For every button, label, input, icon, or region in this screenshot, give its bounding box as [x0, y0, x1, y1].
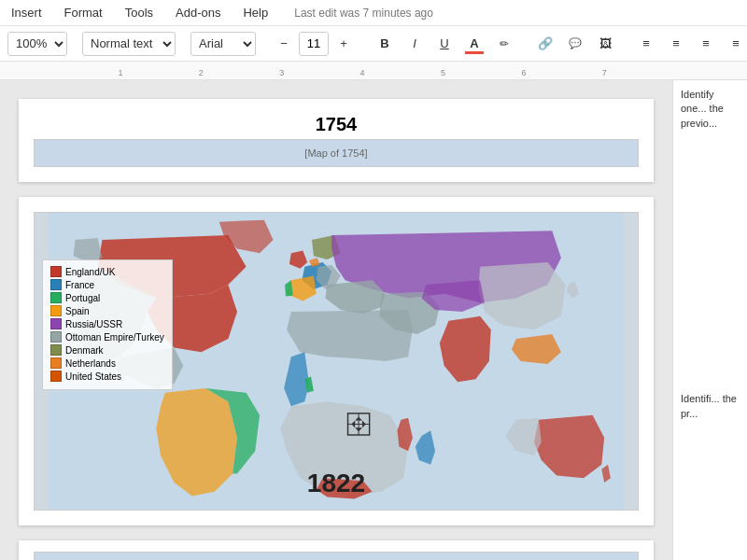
legend-color-england: [50, 266, 62, 277]
ruler-tick-3: 3: [279, 68, 284, 77]
legend-denmark: Denmark: [50, 344, 164, 356]
map-1822-container: England/UK France Portugal Spain: [34, 212, 639, 511]
map-legend: England/UK France Portugal Spain: [42, 259, 173, 390]
right-panel: Identify one... the previo... Identifi..…: [672, 80, 747, 560]
right-panel-top-text: Identify one... the previo...: [681, 88, 740, 131]
text-color-label: A: [470, 36, 478, 50]
style-select[interactable]: Normal text: [82, 32, 176, 56]
right-panel-bottom-text: Identifi... the pr...: [681, 392, 740, 421]
menu-tools[interactable]: Tools: [121, 4, 157, 21]
image-icon: 🖼: [599, 36, 612, 50]
ruler-tick-2: 2: [199, 68, 204, 77]
legend-ottoman: Ottoman Empire/Turkey: [50, 331, 164, 343]
menu-help[interactable]: Help: [239, 4, 272, 21]
font-size-decrease[interactable]: −: [271, 31, 297, 57]
map-year-1822: 1822: [307, 469, 365, 498]
zoom-select[interactable]: 100%: [7, 32, 67, 56]
highlight-button[interactable]: ✏: [491, 31, 517, 57]
menu-format[interactable]: Format: [61, 4, 106, 21]
highlight-icon: ✏: [500, 37, 509, 50]
ruler: 1 2 3 4 5 6 7: [0, 62, 747, 80]
ruler-tick-6: 6: [521, 68, 526, 77]
align-center-button[interactable]: ≡: [663, 31, 689, 57]
doc-area[interactable]: 1754 [Map of 1754]: [0, 80, 672, 560]
text-color-button[interactable]: A: [461, 31, 487, 57]
link-icon: 🔗: [538, 36, 553, 50]
legend-label-ottoman: Ottoman Empire/Turkey: [65, 332, 164, 343]
legend-label-denmark: Denmark: [65, 345, 104, 356]
zoom-group: 100%: [7, 32, 67, 56]
legend-label-portugal: Portugal: [65, 293, 100, 303]
ruler-tick-1: 1: [118, 68, 122, 77]
legend-russia: Russia/USSR: [50, 318, 164, 329]
align-left-icon: ≡: [642, 36, 650, 50]
legend-label-england: England/UK: [65, 267, 115, 277]
ruler-tick-7: 7: [602, 68, 607, 77]
menu-addons[interactable]: Add-ons: [172, 4, 224, 21]
menu-insert[interactable]: Insert: [7, 4, 46, 21]
doc-page-partial: [19, 540, 654, 560]
align-right-button[interactable]: ≡: [693, 31, 719, 57]
legend-color-russia: [50, 318, 62, 329]
legend-netherlands: Netherlands: [50, 357, 164, 369]
link-button[interactable]: 🔗: [532, 31, 558, 57]
doc-page-1754: 1754 [Map of 1754]: [19, 99, 654, 182]
legend-color-portugal: [50, 292, 62, 303]
legend-color-us: [50, 371, 62, 382]
font-select[interactable]: Arial: [190, 32, 256, 56]
comment-icon: 💬: [569, 37, 582, 49]
menu-bar: Insert Format Tools Add-ons Help Last ed…: [0, 0, 747, 26]
main-area: 1754 [Map of 1754]: [0, 80, 747, 560]
legend-label-netherlands: Netherlands: [65, 358, 116, 369]
style-group: Normal text: [82, 32, 176, 56]
legend-label-france: France: [65, 280, 94, 290]
toolbar: 100% Normal text Arial − + B I U A ✏ 🔗 💬…: [0, 26, 747, 62]
font-size-input[interactable]: [299, 32, 329, 56]
ruler-tick-4: 4: [360, 68, 365, 77]
legend-label-spain: Spain: [65, 306, 90, 316]
bold-button[interactable]: B: [372, 31, 398, 57]
legend-france: France: [50, 279, 164, 290]
year-1754: 1754: [34, 114, 639, 135]
legend-portugal: Portugal: [50, 292, 164, 303]
align-justify-icon: ≡: [732, 36, 740, 50]
comment-button[interactable]: 💬: [562, 31, 588, 57]
font-size-increase[interactable]: +: [331, 31, 357, 57]
font-size-group: − +: [271, 31, 357, 57]
underline-button[interactable]: U: [431, 31, 458, 57]
legend-label-us: United States: [65, 371, 121, 382]
partial-map: [34, 552, 639, 560]
legend-us: United States: [50, 371, 164, 382]
legend-color-spain: [50, 305, 62, 316]
legend-color-ottoman: [50, 331, 62, 343]
align-justify-button[interactable]: ≡: [723, 31, 747, 57]
align-left-button[interactable]: ≡: [633, 31, 659, 57]
legend-color-netherlands: [50, 357, 62, 369]
legend-color-denmark: [50, 344, 62, 356]
font-group: Arial: [190, 32, 256, 56]
legend-color-france: [50, 279, 62, 290]
italic-button[interactable]: I: [402, 31, 428, 57]
ruler-inner: 1 2 3 4 5 6 7: [37, 62, 710, 79]
align-right-icon: ≡: [702, 36, 710, 50]
image-button[interactable]: 🖼: [592, 31, 618, 57]
ruler-tick-5: 5: [441, 68, 445, 77]
legend-spain: Spain: [50, 305, 164, 316]
legend-label-russia: Russia/USSR: [65, 319, 122, 329]
map-1754-placeholder: [Map of 1754]: [304, 147, 367, 159]
legend-england: England/UK: [50, 266, 164, 277]
doc-page-1822: England/UK France Portugal Spain: [19, 197, 654, 525]
align-center-icon: ≡: [672, 36, 680, 50]
last-edit-status: Last edit was 7 minutes ago: [294, 7, 433, 20]
